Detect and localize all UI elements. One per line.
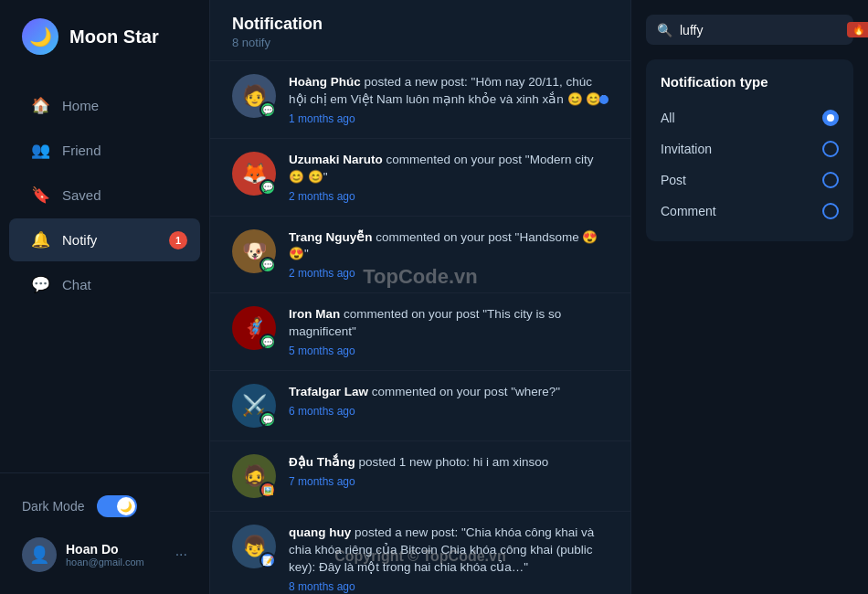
filter-label: Post — [661, 173, 686, 187]
nav-label-friend: Friend — [62, 143, 101, 158]
notif-username: Trafalgar Law — [289, 385, 368, 398]
notif-body: Trafalgar Law commented on your post "wh… — [289, 384, 609, 418]
sidebar-bottom: Dark Mode 🌙 👤 Hoan Do hoan@gmail.com ··· — [0, 472, 209, 594]
radio-comment[interactable] — [822, 203, 839, 219]
notif-time: 2 months ago — [289, 190, 609, 203]
notification-item[interactable]: 🧑 💬 Hoàng Phúc posted a new post: "Hôm n… — [210, 61, 630, 139]
logo-icon: 🌙 — [22, 18, 58, 55]
search-input[interactable] — [680, 23, 840, 37]
notification-item[interactable]: 🐶 💬 Trang Nguyễn commented on your post … — [210, 217, 630, 294]
notif-username: Trang Nguyễn — [289, 230, 373, 244]
notification-item[interactable]: 🦸 💬 Iron Man commented on your post "Thi… — [210, 293, 630, 371]
dark-mode-toggle[interactable]: 🌙 — [97, 495, 137, 517]
logo-area: 🌙 Moon Star — [0, 0, 209, 73]
notif-text: Hoàng Phúc posted a new post: "Hôm nay 2… — [289, 74, 609, 109]
notif-time: 2 months ago — [289, 267, 609, 280]
notif-body: Iron Man commented on your post "This ci… — [289, 306, 609, 357]
filter-title: Notification type — [661, 74, 839, 90]
more-button[interactable]: ··· — [175, 546, 187, 563]
notif-time: 1 months ago — [289, 112, 609, 125]
notif-type-badge: 💬 — [259, 411, 276, 428]
sidebar-item-saved[interactable]: 🔖 Saved — [9, 174, 200, 217]
right-panel: 🔍 🔥 TOPCODE.VN Notification type All Inv… — [630, 0, 868, 594]
notif-type-badge: 💬 — [259, 257, 276, 273]
dark-mode-row: Dark Mode 🌙 — [13, 488, 196, 525]
filter-option-post[interactable]: Post — [661, 164, 839, 196]
notification-item[interactable]: 🦊 💬 Uzumaki Naruto commented on your pos… — [210, 139, 630, 217]
main-content: Notification 8 notify 🧑 💬 Hoàng Phúc pos… — [210, 0, 630, 594]
sidebar-nav: 🏠 Home 👥 Friend 🔖 Saved 🔔 Notify 1 💬 Cha… — [0, 73, 209, 472]
notification-list: 🧑 💬 Hoàng Phúc posted a new post: "Hôm n… — [210, 61, 630, 594]
dark-mode-label: Dark Mode — [22, 499, 84, 514]
friend-icon: 👥 — [31, 141, 49, 160]
topcode-badge: 🔥 TOPCODE.VN — [847, 22, 868, 37]
filter-option-invitation[interactable]: Invitation — [661, 133, 839, 164]
notif-text: Trafalgar Law commented on your post "wh… — [289, 384, 609, 401]
notification-title: Notification — [232, 15, 609, 34]
nav-label-chat: Chat — [62, 277, 91, 292]
nav-label-notify: Notify — [62, 232, 97, 248]
toggle-knob: 🌙 — [117, 497, 135, 515]
notif-time: 8 months ago — [289, 580, 609, 593]
radio-inner — [827, 114, 834, 122]
notif-text: Đậu Thắng posted 1 new photo: hi i am xi… — [289, 454, 609, 472]
notification-filter: Notification type All Invitation Post Co… — [646, 59, 853, 241]
app-title: Moon Star — [69, 27, 159, 48]
user-info: Hoan Do hoan@gmail.com — [66, 542, 166, 567]
notif-type-badge: 💬 — [259, 334, 276, 350]
nav-label-saved: Saved — [62, 187, 101, 203]
notification-item[interactable]: 👦 📝 quang huy posted a new post: "Chia k… — [210, 512, 630, 594]
sidebar-item-home[interactable]: 🏠 Home — [9, 84, 200, 127]
avatar-wrap: 👦 📝 — [232, 525, 276, 568]
filter-label: Invitation — [661, 142, 712, 156]
avatar-wrap: 🧔 🖼️ — [232, 454, 276, 498]
user-avatar: 👤 — [22, 537, 57, 572]
notif-type-badge: 📝 — [259, 552, 276, 568]
notif-type-badge: 🖼️ — [259, 482, 276, 498]
filter-option-comment[interactable]: Comment — [661, 196, 839, 227]
notif-text: Trang Nguyễn commented on your post "Han… — [289, 229, 609, 264]
notif-username: Hoàng Phúc — [289, 75, 361, 89]
filter-label: All — [661, 111, 675, 125]
notif-type-badge: 💬 — [259, 179, 276, 196]
sidebar-item-friend[interactable]: 👥 Friend — [9, 129, 200, 172]
notification-count: 8 notify — [232, 36, 609, 49]
avatar-wrap: ⚔️ 💬 — [232, 384, 276, 428]
notif-time: 5 months ago — [289, 345, 609, 357]
saved-icon: 🔖 — [31, 186, 49, 205]
notif-username: Iron Man — [289, 307, 340, 321]
avatar-wrap: 🐶 💬 — [232, 229, 276, 273]
home-icon: 🏠 — [31, 96, 49, 115]
avatar-wrap: 🦸 💬 — [232, 306, 276, 350]
notif-type-badge: 💬 — [259, 101, 276, 118]
search-icon: 🔍 — [657, 23, 672, 37]
notif-body: Trang Nguyễn commented on your post "Han… — [289, 229, 609, 281]
radio-all[interactable] — [822, 110, 839, 126]
notif-username: quang huy — [289, 525, 351, 539]
user-email: hoan@gmail.com — [66, 557, 166, 567]
nav-badge-notify: 1 — [169, 231, 187, 249]
notif-body: Đậu Thắng posted 1 new photo: hi i am xi… — [289, 454, 609, 488]
notif-username: Uzumaki Naruto — [289, 153, 383, 166]
unread-dot — [599, 95, 609, 104]
radio-post[interactable] — [822, 172, 839, 188]
sidebar-item-notify[interactable]: 🔔 Notify 1 — [9, 218, 200, 261]
notification-header: Notification 8 notify — [210, 0, 630, 61]
filter-option-all[interactable]: All — [661, 102, 839, 133]
chat-icon: 💬 — [31, 275, 49, 294]
sidebar: 🌙 Moon Star 🏠 Home 👥 Friend 🔖 Saved 🔔 No… — [0, 0, 210, 594]
notif-body: Hoàng Phúc posted a new post: "Hôm nay 2… — [289, 74, 609, 125]
notif-body: Uzumaki Naruto commented on your post "M… — [289, 152, 609, 203]
notif-text: Iron Man commented on your post "This ci… — [289, 306, 609, 341]
user-name: Hoan Do — [66, 542, 166, 557]
sidebar-item-chat[interactable]: 💬 Chat — [9, 263, 200, 306]
radio-invitation[interactable] — [822, 141, 839, 157]
nav-label-home: Home — [62, 98, 99, 113]
filter-label: Comment — [661, 204, 716, 218]
notif-text: quang huy posted a new post: "Chia khóa … — [289, 525, 609, 577]
notification-item[interactable]: 🧔 🖼️ Đậu Thắng posted 1 new photo: hi i … — [210, 441, 630, 512]
notification-item[interactable]: ⚔️ 💬 Trafalgar Law commented on your pos… — [210, 371, 630, 441]
notify-icon: 🔔 — [31, 230, 49, 249]
notif-username: Đậu Thắng — [289, 455, 355, 469]
search-bar: 🔍 🔥 TOPCODE.VN — [646, 15, 853, 45]
